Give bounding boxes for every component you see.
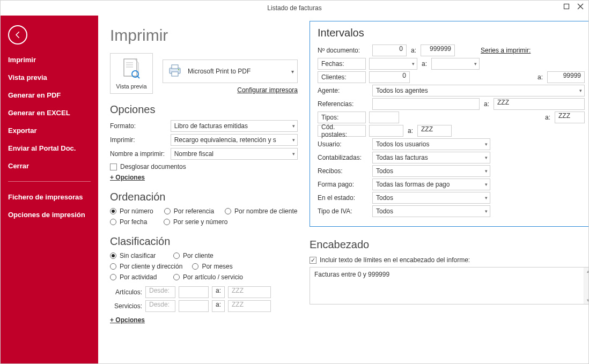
ndoc-to-input[interactable]: 999999 <box>421 44 455 56</box>
codpostales-button[interactable]: Cód. postales: <box>318 125 366 137</box>
svg-rect-3 <box>124 59 137 76</box>
estado-select[interactable]: Todos▾ <box>372 192 490 204</box>
a-label: a: <box>407 127 414 135</box>
formapago-label: Forma pago: <box>318 181 369 188</box>
servicios-hasta-input[interactable]: ZZZ <box>228 300 271 312</box>
fecha-desde-select[interactable]: ▾ <box>369 58 417 70</box>
tipos-to-input[interactable]: ZZZ <box>555 112 585 123</box>
usuario-value: Todos los usuarios <box>376 140 429 148</box>
radio-dot-icon <box>173 274 180 280</box>
desglosar-checkbox[interactable] <box>110 164 117 170</box>
chevron-down-icon: ▾ <box>292 137 295 143</box>
clientes-from-input[interactable]: 0 <box>369 71 410 83</box>
tipos-button[interactable]: Tipos: <box>318 112 366 123</box>
radio-label: Por meses <box>202 263 232 270</box>
articulos-desde-input[interactable]: Desde: <box>145 286 175 298</box>
sidebar-item-fichero-impresoras[interactable]: Fichero de impresoras <box>1 188 98 206</box>
codpostales-to-input[interactable]: ZZZ <box>417 125 452 137</box>
sidebar-item-cerrar[interactable]: Cerrar <box>1 157 98 175</box>
radio-por-cliente[interactable]: Por cliente <box>173 252 227 259</box>
scrollbar[interactable]: ▴ ▾ <box>584 268 588 304</box>
recibos-label: Recibos: <box>318 167 369 175</box>
contabilizadas-select[interactable]: Todas las facturas▾ <box>372 152 490 164</box>
sidebar-item-enviar-portal[interactable]: Enviar al Portal Doc. <box>1 139 98 157</box>
ndoc-from-input[interactable]: 0 <box>372 44 407 56</box>
sidebar-item-generar-excel[interactable]: Generar en EXCEL <box>1 104 98 122</box>
radio-label: Por artículo / servicio <box>183 273 243 281</box>
svg-rect-11 <box>172 72 178 76</box>
sidebar-item-exportar[interactable]: Exportar <box>1 122 98 139</box>
radio-dot-icon <box>164 208 171 214</box>
servicios-desde-input[interactable]: Desde: <box>145 300 175 312</box>
sidebar-item-generar-pdf[interactable]: Generar en PDF <box>1 86 98 104</box>
fechas-button[interactable]: Fechas: <box>318 58 366 70</box>
close-icon[interactable] <box>576 2 585 11</box>
referencias-label: Referencias: <box>318 100 369 108</box>
a-label: a: <box>536 73 544 81</box>
radio-dot-icon <box>110 263 116 270</box>
recibos-select[interactable]: Todos▾ <box>372 165 490 177</box>
articulos-hasta-input[interactable]: ZZZ <box>228 286 271 298</box>
radio-por-nombre-cliente[interactable]: Por nombre de cliente <box>225 207 297 215</box>
usuario-select[interactable]: Todos los usuarios▾ <box>372 138 490 150</box>
formato-label: Formato: <box>110 122 168 130</box>
nombre-select[interactable]: Nombre fiscal▾ <box>171 148 298 160</box>
maximize-icon[interactable] <box>562 2 571 11</box>
servicios-a-label: a: <box>212 300 225 312</box>
chevron-down-icon: ▾ <box>485 168 488 174</box>
radio-por-articulo-servicio[interactable]: Por artículo / servicio <box>173 273 243 281</box>
formato-select[interactable]: Libro de facturas emitidas▾ <box>171 120 298 132</box>
contabilizadas-label: Contabilizadas: <box>318 154 369 161</box>
chevron-down-icon: ▾ <box>412 61 415 66</box>
sidebar-item-opciones-impresion[interactable]: Opciones de impresión <box>1 206 98 224</box>
series-imprimir-link[interactable]: Series a imprimir: <box>481 47 531 54</box>
chevron-down-icon: ▾ <box>292 151 295 157</box>
radio-label: Por referencia <box>174 207 214 215</box>
sidebar-item-vista-previa[interactable]: Vista previa <box>1 69 98 86</box>
printer-select[interactable]: Microsoft Print to PDF ▾ <box>163 60 298 83</box>
incluir-texto-checkbox[interactable] <box>310 257 316 264</box>
agente-select[interactable]: Todos los agentes▾ <box>372 85 585 96</box>
servicios-desde-value-input[interactable] <box>179 300 209 312</box>
agente-value: Todos los agentes <box>376 87 428 94</box>
radio-label: Por cliente <box>183 252 213 259</box>
chevron-down-icon: ▾ <box>485 182 488 187</box>
radio-por-meses[interactable]: Por meses <box>192 263 246 270</box>
fecha-hasta-select[interactable]: ▾ <box>431 58 480 70</box>
articulos-desde-value-input[interactable] <box>179 286 209 298</box>
imprimir-select[interactable]: Recargo equivalencia, retención y s▾ <box>171 134 298 146</box>
radio-por-cliente-direccion[interactable]: Por cliente y dirección <box>110 263 182 270</box>
configurar-impresora-link[interactable]: Configurar impresora <box>237 86 298 94</box>
formapago-select[interactable]: Todas las formas de pago▾ <box>372 179 490 190</box>
svg-rect-10 <box>172 65 178 69</box>
mas-opciones-clasif-link[interactable]: + Opciones <box>110 316 298 324</box>
radio-por-referencia[interactable]: Por referencia <box>164 207 214 215</box>
clientes-button[interactable]: Clientes: <box>318 71 366 83</box>
radio-dot-icon <box>225 208 231 214</box>
ordenacion-heading: Ordenación <box>110 191 298 203</box>
radio-label: Por número <box>120 207 153 215</box>
radio-sin-clasificar[interactable]: Sin clasificar <box>110 252 164 259</box>
back-button[interactable] <box>8 25 27 44</box>
nombre-value: Nombre fiscal <box>174 150 213 158</box>
tipoiva-select[interactable]: Todos▾ <box>372 205 490 217</box>
imprimir-label: Imprimir: <box>110 136 168 144</box>
clientes-to-input[interactable]: 99999 <box>547 71 585 83</box>
codpostales-from-input[interactable] <box>369 125 403 137</box>
vista-previa-button[interactable]: Vista previa <box>110 53 153 94</box>
radio-por-fecha[interactable]: Por fecha <box>110 218 153 226</box>
encabezado-textarea[interactable]: Facturas entre 0 y 999999 ▴ ▾ <box>310 267 588 304</box>
scroll-down-icon: ▾ <box>587 296 588 304</box>
sidebar: Imprimir Vista previa Generar en PDF Gen… <box>1 16 98 363</box>
radio-por-serie-numero[interactable]: Por serie y número <box>164 218 227 226</box>
radio-por-numero[interactable]: Por número <box>110 207 153 215</box>
referencias-to-input[interactable]: ZZZ <box>494 98 585 110</box>
radio-por-actividad[interactable]: Por actividad <box>110 273 164 281</box>
referencias-from-input[interactable] <box>372 98 480 110</box>
mas-opciones-link[interactable]: + Opciones <box>110 174 298 181</box>
encabezado-heading: Encabezado <box>310 239 588 251</box>
sidebar-divider <box>8 181 91 182</box>
chevron-down-icon: ▾ <box>485 155 488 160</box>
sidebar-item-imprimir[interactable]: Imprimir <box>1 51 98 69</box>
tipos-from-input[interactable] <box>369 112 399 123</box>
